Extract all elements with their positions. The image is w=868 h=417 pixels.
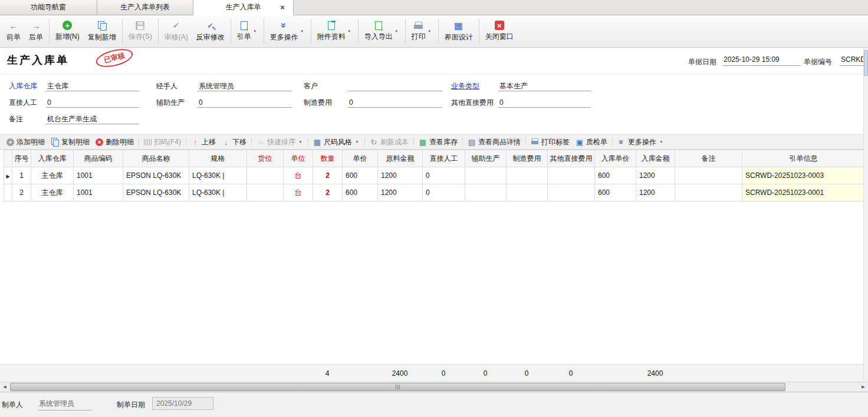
- save-button[interactable]: 保存(S): [124, 19, 156, 44]
- cell[interactable]: EPSON LQ-630K: [123, 167, 189, 184]
- ui-design-button[interactable]: 界面设计: [440, 19, 477, 44]
- column-header[interactable]: 序号: [12, 150, 31, 167]
- import-export-button[interactable]: 导入导出: [360, 19, 403, 44]
- column-header[interactable]: 辅助生产: [465, 150, 507, 167]
- attachments-button[interactable]: 附件资料: [313, 19, 356, 44]
- cell[interactable]: 2: [12, 184, 31, 201]
- cell[interactable]: 主仓库: [31, 167, 74, 184]
- column-header[interactable]: 货位: [247, 150, 284, 167]
- chevron-down-icon[interactable]: [354, 140, 360, 144]
- chevron-down-icon[interactable]: [394, 29, 399, 33]
- column-header[interactable]: 数量: [313, 150, 343, 167]
- copy-row-button[interactable]: 复制明细: [48, 136, 93, 148]
- cell[interactable]: 1001: [74, 184, 123, 201]
- chevron-down-icon[interactable]: [252, 29, 258, 33]
- chevron-down-icon[interactable]: [298, 140, 303, 144]
- scroll-left-icon[interactable]: [0, 382, 9, 392]
- column-header[interactable]: 原料金额: [378, 150, 423, 167]
- cell[interactable]: 2: [313, 167, 343, 184]
- column-header[interactable]: 制造费用: [507, 150, 548, 167]
- close-window-button[interactable]: 关闭窗口: [481, 19, 518, 44]
- column-header[interactable]: 商品名称: [123, 150, 189, 167]
- cell[interactable]: [675, 184, 742, 201]
- cell[interactable]: [507, 167, 548, 184]
- cell[interactable]: [465, 167, 507, 184]
- cell[interactable]: [548, 184, 595, 201]
- column-header[interactable]: 入库金额: [636, 150, 675, 167]
- column-header[interactable]: 备注: [675, 150, 742, 167]
- cell[interactable]: 台: [284, 184, 313, 201]
- biz-type-field[interactable]: 基本生产: [498, 81, 591, 91]
- delete-row-button[interactable]: 删除明细: [93, 136, 137, 148]
- column-header[interactable]: 入库仓库: [31, 150, 74, 167]
- cell[interactable]: 0: [423, 167, 465, 184]
- column-header[interactable]: 入库单价: [595, 150, 636, 167]
- copy-new-button[interactable]: 复制新增: [84, 19, 120, 44]
- more-detail-actions-button[interactable]: 更多操作: [614, 136, 667, 148]
- tab-entry-list[interactable]: 生产入库单列表: [97, 0, 193, 15]
- mfg-cost-field[interactable]: 0: [348, 97, 442, 108]
- cell[interactable]: 0: [423, 184, 465, 201]
- cell[interactable]: 600: [595, 184, 636, 201]
- quick-sort-button[interactable]: 快速排序: [254, 136, 306, 148]
- view-product-detail-button[interactable]: 查看商品详情: [465, 136, 524, 148]
- cell[interactable]: 1200: [636, 167, 675, 184]
- cell[interactable]: 600: [343, 167, 378, 184]
- column-header[interactable]: 规格: [189, 150, 247, 167]
- cell[interactable]: [507, 184, 548, 201]
- move-down-button[interactable]: 下移: [219, 136, 249, 148]
- cell[interactable]: EPSON LQ-630K: [123, 184, 189, 201]
- add-row-button[interactable]: 添加明细: [4, 136, 48, 148]
- view-stock-button[interactable]: 查看库存: [416, 136, 461, 148]
- column-header[interactable]: 引单信息: [742, 150, 865, 167]
- cell[interactable]: [247, 184, 284, 201]
- chevron-down-icon[interactable]: [659, 140, 664, 144]
- column-header[interactable]: 其他直接费用: [548, 150, 595, 167]
- print-button[interactable]: 打印: [407, 19, 436, 44]
- scrollbar-thumb[interactable]: [10, 383, 785, 391]
- biz-type-label[interactable]: 业务类型: [451, 81, 479, 91]
- cell[interactable]: 2: [313, 184, 343, 201]
- table-row[interactable]: 1 主仓库 1001 EPSON LQ-630K LQ-630K | 台 2 6…: [4, 167, 865, 184]
- cell[interactable]: 主仓库: [31, 184, 74, 201]
- chevron-down-icon[interactable]: [347, 29, 352, 33]
- handler-field[interactable]: 系统管理员: [198, 81, 292, 91]
- table-row[interactable]: 2 主仓库 1001 EPSON LQ-630K LQ-630K | 台 2 6…: [4, 184, 865, 201]
- more-actions-button[interactable]: 更多操作: [266, 19, 309, 44]
- other-cost-field[interactable]: 0: [498, 97, 591, 108]
- cell[interactable]: SCRWD-20251023-0001: [742, 184, 865, 201]
- qc-doc-button[interactable]: 质检单: [573, 136, 610, 148]
- scan-code-button[interactable]: 扫码(F4): [141, 136, 184, 148]
- column-header[interactable]: 单位: [284, 150, 313, 167]
- direct-labor-field[interactable]: 0: [46, 97, 139, 108]
- cell[interactable]: [675, 167, 742, 184]
- tab-function-nav[interactable]: 功能导航窗: [0, 0, 97, 15]
- chevron-down-icon[interactable]: [300, 29, 305, 33]
- cell[interactable]: 1200: [378, 167, 423, 184]
- remark-field[interactable]: 机台生产单生成: [46, 114, 139, 124]
- cell[interactable]: LQ-630K |: [189, 184, 247, 201]
- audit-button[interactable]: 审核(A): [160, 19, 192, 44]
- new-button[interactable]: 新增(N): [51, 19, 84, 44]
- cell[interactable]: LQ-630K |: [189, 167, 247, 184]
- unaudit-modify-button[interactable]: 反审修改: [192, 19, 229, 44]
- scroll-right-icon[interactable]: [859, 382, 868, 392]
- customer-field[interactable]: [348, 81, 442, 91]
- scrollbar-thumb[interactable]: [864, 50, 868, 76]
- move-up-button[interactable]: 上移: [188, 136, 219, 148]
- doc-date-field[interactable]: 2025-10-29 15:09: [722, 55, 801, 66]
- cell[interactable]: 1001: [74, 167, 123, 184]
- cell[interactable]: 600: [595, 167, 636, 184]
- column-header[interactable]: 商品编码: [74, 150, 123, 167]
- prev-doc-button[interactable]: 前单: [2, 19, 25, 44]
- chevron-down-icon[interactable]: [427, 29, 432, 33]
- pull-doc-button[interactable]: 引单: [233, 19, 262, 44]
- next-doc-button[interactable]: 后单: [25, 19, 47, 44]
- warehouse-label[interactable]: 入库仓库: [9, 81, 37, 91]
- cell[interactable]: [247, 167, 284, 184]
- cell[interactable]: 台: [284, 167, 313, 184]
- cell[interactable]: 600: [343, 184, 378, 201]
- cell[interactable]: [465, 184, 507, 201]
- column-header[interactable]: 直接人工: [423, 150, 465, 167]
- tab-entry-form[interactable]: 生产入库单: [193, 0, 294, 15]
